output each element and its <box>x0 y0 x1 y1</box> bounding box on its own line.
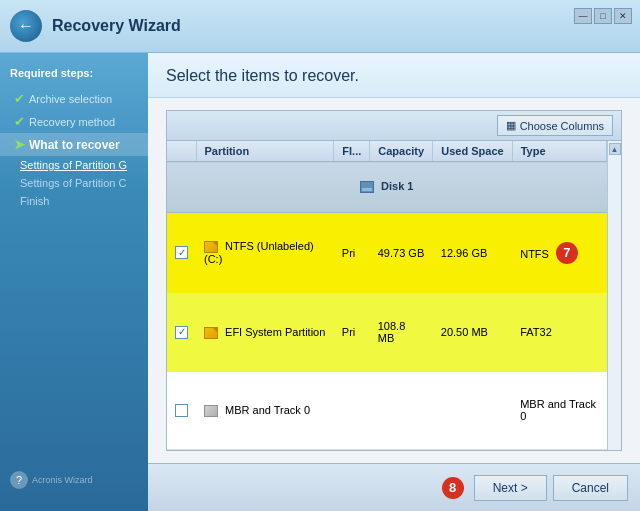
scroll-up-arrow[interactable]: ▲ <box>609 143 621 155</box>
sidebar-item-label: What to recover <box>29 138 120 152</box>
sidebar-sub-item-finish[interactable]: Finish <box>0 192 148 210</box>
content-title: Select the items to recover. <box>166 67 622 85</box>
table-toolbar: ▦ Choose Columns <box>167 111 621 141</box>
row-partition-name: NTFS (Unlabeled) (C:) <box>196 212 334 293</box>
sidebar-sub-label: Settings of Partition C <box>20 177 126 189</box>
row-checkbox-cell <box>167 293 196 371</box>
app-icon <box>10 10 42 42</box>
sidebar-item-label: Archive selection <box>29 93 112 105</box>
ntfs-icon <box>204 241 218 253</box>
mbr-icon <box>204 405 218 417</box>
row-used-space: 12.96 GB <box>433 212 512 293</box>
row-checkbox-cell <box>167 371 196 449</box>
arrow-icon: ➤ <box>14 137 25 152</box>
col-capacity: Capacity <box>370 141 433 162</box>
sidebar-sub-item-settings-partition-g[interactable]: Settings of Partition G <box>0 156 148 174</box>
sidebar: Required steps: ✔ Archive selection ✔ Re… <box>0 53 148 511</box>
row-flags: Pri <box>334 212 370 293</box>
cancel-button[interactable]: Cancel <box>553 475 628 501</box>
table-scroll-area: Partition Fl... Capacity Used Space Type <box>167 141 621 450</box>
content-area: Select the items to recover. ▦ Choose Co… <box>148 53 640 511</box>
disk-label: Disk 1 <box>381 180 413 192</box>
columns-icon: ▦ <box>506 119 516 132</box>
close-button[interactable]: ✕ <box>614 8 632 24</box>
row-partition-name: MBR and Track 0 <box>196 371 334 449</box>
row-type: NTFS 7 <box>512 212 606 293</box>
row-checkbox[interactable] <box>175 326 188 339</box>
row-used-space: 20.50 MB <box>433 293 512 371</box>
row-checkbox[interactable] <box>175 404 188 417</box>
col-partition: Partition <box>196 141 334 162</box>
bottom-bar: 8 Next > Cancel <box>148 463 640 511</box>
col-type: Type <box>512 141 606 162</box>
sidebar-item-label: Recovery method <box>29 116 115 128</box>
disk-icon <box>360 181 374 193</box>
disk-group-row: Disk 1 <box>167 162 607 213</box>
title-bar: Recovery Wizard — □ ✕ <box>0 0 640 53</box>
row-checkbox[interactable] <box>175 246 188 259</box>
row-capacity: 49.73 GB <box>370 212 433 293</box>
row-partition-name: EFI System Partition <box>196 293 334 371</box>
col-used-space: Used Space <box>433 141 512 162</box>
sidebar-footer-text: Acronis Wizard <box>32 475 93 485</box>
badge-8: 8 <box>442 477 464 499</box>
main-container: Required steps: ✔ Archive selection ✔ Re… <box>0 53 640 511</box>
col-checkbox <box>167 141 196 162</box>
table-header-row: Partition Fl... Capacity Used Space Type <box>167 141 607 162</box>
row-checkbox-cell <box>167 212 196 293</box>
row-capacity <box>370 371 433 449</box>
maximize-button[interactable]: □ <box>594 8 612 24</box>
ntfs-icon <box>204 327 218 339</box>
content-body: ▦ Choose Columns Partition Fl... <box>148 98 640 463</box>
help-icon[interactable]: ? <box>10 471 28 489</box>
row-capacity: 108.8 MB <box>370 293 433 371</box>
content-header: Select the items to recover. <box>148 53 640 98</box>
sidebar-item-recovery-method[interactable]: ✔ Recovery method <box>0 110 148 133</box>
next-button[interactable]: Next > <box>474 475 547 501</box>
sidebar-footer: ? Acronis Wizard <box>0 463 148 497</box>
table-row[interactable]: MBR and Track 0 MBR and Track 0 <box>167 371 607 449</box>
row-type: MBR and Track 0 <box>512 371 606 449</box>
sidebar-item-what-to-recover[interactable]: ➤ What to recover <box>0 133 148 156</box>
choose-columns-label: Choose Columns <box>520 120 604 132</box>
sidebar-section-title: Required steps: <box>0 67 148 87</box>
row-flags: Pri <box>334 293 370 371</box>
badge-7: 7 <box>556 242 578 264</box>
minimize-button[interactable]: — <box>574 8 592 24</box>
check-icon: ✔ <box>14 91 25 106</box>
table-row[interactable]: NTFS (Unlabeled) (C:) Pri 49.73 GB 12.96… <box>167 212 607 293</box>
row-used-space <box>433 371 512 449</box>
sidebar-sub-label: Finish <box>20 195 49 207</box>
app-title: Recovery Wizard <box>52 17 181 35</box>
sidebar-item-archive-selection[interactable]: ✔ Archive selection <box>0 87 148 110</box>
row-type: FAT32 <box>512 293 606 371</box>
check-icon: ✔ <box>14 114 25 129</box>
col-flags: Fl... <box>334 141 370 162</box>
row-flags <box>334 371 370 449</box>
sidebar-sub-label: Settings of Partition G <box>20 159 127 171</box>
window-controls: — □ ✕ <box>574 8 632 24</box>
sidebar-sub-item-settings-partition-c[interactable]: Settings of Partition C <box>0 174 148 192</box>
table-container: ▦ Choose Columns Partition Fl... <box>166 110 622 451</box>
table-row[interactable]: EFI System Partition Pri 108.8 MB 20.50 … <box>167 293 607 371</box>
scrollbar[interactable]: ▲ <box>607 141 621 450</box>
choose-columns-button[interactable]: ▦ Choose Columns <box>497 115 613 136</box>
partitions-table: Partition Fl... Capacity Used Space Type <box>167 141 607 450</box>
